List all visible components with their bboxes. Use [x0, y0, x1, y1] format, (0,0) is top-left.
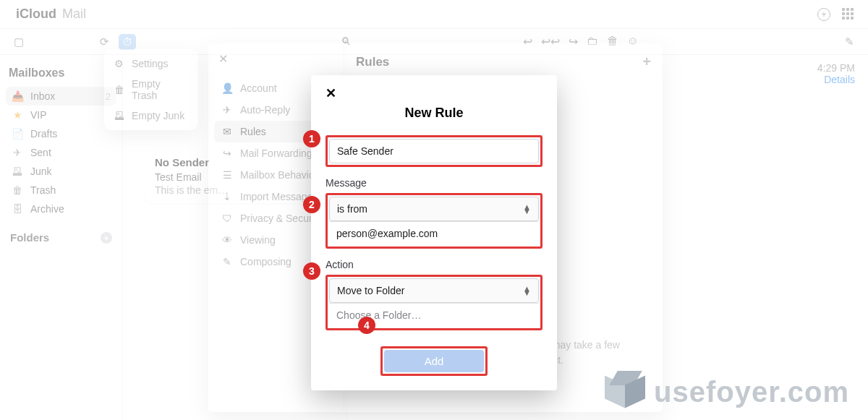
sidebar-item-label: Inbox — [30, 90, 55, 102]
add-button[interactable]: Add — [384, 350, 484, 372]
sidebar-badge: 2 — [106, 91, 111, 102]
gear-icon: ⚙︎ — [114, 58, 124, 69]
sidebar-item-trash[interactable]: 🗑 Trash — [6, 181, 116, 200]
reply-icon[interactable]: ↩︎ — [523, 35, 532, 48]
filter-button[interactable]: ⏱ — [119, 34, 136, 50]
sidebar-toggle-icon[interactable]: ▢ — [9, 35, 29, 48]
trash-icon: 🗑 — [12, 184, 23, 196]
sidebar-item-junk[interactable]: 🗳 Junk — [6, 162, 116, 181]
sidebar-item-label: Drafts — [30, 128, 57, 140]
details-link[interactable]: Details — [817, 74, 855, 85]
folders-heading[interactable]: Folders + — [6, 231, 116, 244]
sidebar-title: Mailboxes — [9, 67, 114, 80]
close-settings-button[interactable]: ✕ — [208, 43, 344, 74]
delete-icon[interactable]: 🗑 — [607, 35, 618, 48]
new-rule-modal: ✕ New Rule Message is from ▲▼ person@exa… — [311, 75, 557, 390]
condition-email-input[interactable]: person@example.com — [329, 221, 539, 245]
message-sender: No Sender — [155, 156, 323, 168]
reply-all-icon[interactable]: ↩︎↩︎ — [541, 35, 560, 48]
sidebar-item-vip[interactable]: ★ VIP — [6, 106, 116, 124]
sidebar-item-label: Archive — [30, 203, 64, 215]
settings-popover: ⚙︎Settings 🗑Empty Trash 🗳Empty Junk — [104, 49, 198, 130]
annotation-2: 2 — [303, 196, 320, 213]
chevron-updown-icon: ▲▼ — [523, 286, 531, 295]
watermark-icon — [605, 371, 647, 413]
watermark: usefoyer.com — [605, 371, 849, 413]
rule-name-highlight — [326, 135, 542, 167]
rule-name-input[interactable] — [329, 139, 539, 163]
sidebar-item-archive[interactable]: 🗄 Archive — [6, 200, 116, 218]
mailbox-icon: ☰ — [221, 169, 233, 181]
action-select[interactable]: Move to Folder ▲▼ — [329, 278, 539, 303]
sidebar-item-label: Trash — [30, 184, 56, 196]
account-icon: 👤 — [221, 82, 233, 94]
eye-icon: 👁︎ — [221, 234, 233, 246]
compose-icon[interactable]: + — [817, 8, 830, 21]
refresh-icon[interactable]: ⟳ — [94, 35, 114, 48]
rules-heading: Rules — [356, 55, 389, 69]
sidebar-item-label: Sent — [30, 147, 51, 158]
action-value: Move to Folder — [337, 285, 404, 296]
move-folder-icon[interactable]: 🗀 — [587, 35, 598, 48]
condition-select[interactable]: is from ▲▼ — [329, 197, 539, 221]
modal-title: New Rule — [326, 106, 542, 121]
message-item[interactable]: No Sender Test Email This is the em… — [145, 149, 333, 203]
file-icon: 📄 — [12, 128, 23, 140]
annotation-3: 3 — [303, 262, 320, 280]
message-section-label: Message — [326, 177, 542, 189]
close-modal-button[interactable]: ✕ — [326, 85, 542, 101]
archive-icon: 🗄 — [12, 203, 23, 215]
popover-title: ⚙︎Settings — [104, 53, 198, 74]
topbar: iCloud Mail + — [0, 0, 868, 29]
message-subject: Test Email — [155, 171, 323, 183]
pencil-icon: ✎ — [221, 256, 233, 267]
add-folder-icon[interactable]: + — [101, 232, 112, 244]
sidebar-item-label: VIP — [30, 109, 47, 121]
shield-icon: 🛡︎ — [221, 213, 233, 224]
message-time: 4:29 PM — [817, 62, 855, 74]
watermark-text: usefoyer.com — [654, 376, 849, 408]
autoreply-icon: ✈︎ — [221, 104, 233, 116]
toolbar: ▢ ⟳ ⏱ 🔍︎ ↩︎ ↩︎↩︎ ↪︎ 🗀 🗑 ☺ ✎ — [0, 29, 868, 55]
brand-suffix: Mail — [62, 7, 86, 22]
annotation-1: 1 — [303, 130, 320, 147]
action-section-label: Action — [326, 259, 542, 270]
add-button-highlight: Add — [380, 346, 488, 376]
folders-label: Folders — [10, 231, 49, 244]
empty-junk-item[interactable]: 🗳Empty Junk — [104, 106, 198, 126]
forward-icon: ↪︎ — [221, 147, 233, 159]
inbox-icon: 📥 — [12, 90, 23, 102]
sidebar: Mailboxes 📥 Inbox 2 ★ VIP 📄 Drafts ✈︎ Se… — [0, 55, 123, 420]
brand-prefix: iCloud — [16, 7, 56, 22]
condition-value: is from — [337, 203, 367, 215]
send-icon: ✈︎ — [12, 147, 23, 158]
rules-icon: ✉︎ — [221, 126, 233, 137]
add-rule-button[interactable]: + — [642, 53, 651, 70]
empty-trash-item[interactable]: 🗑Empty Trash — [104, 74, 198, 106]
compose-icon-right[interactable]: ✎ — [839, 35, 859, 48]
sidebar-item-inbox[interactable]: 📥 Inbox 2 — [6, 87, 116, 106]
import-icon: ⇣ — [221, 191, 233, 202]
chevron-updown-icon: ▲▼ — [523, 205, 531, 213]
search-icon[interactable]: 🔍︎ — [336, 35, 357, 48]
sidebar-item-sent[interactable]: ✈︎ Sent — [6, 143, 116, 162]
mark-unread-icon[interactable]: ☺ — [627, 35, 639, 48]
brand: iCloud Mail — [13, 7, 86, 22]
forward-icon[interactable]: ↪︎ — [569, 35, 578, 48]
junk-icon: 🗳 — [12, 166, 23, 177]
condition-highlight: is from ▲▼ person@example.com — [326, 193, 542, 249]
message-preview: This is the em… — [155, 184, 323, 196]
sidebar-item-drafts[interactable]: 📄 Drafts — [6, 124, 116, 143]
star-icon: ★ — [12, 109, 23, 121]
trash-icon: 🗑 — [114, 84, 124, 95]
annotation-4: 4 — [358, 317, 375, 334]
junk-icon: 🗳 — [114, 110, 124, 121]
sidebar-item-label: Junk — [30, 166, 52, 177]
app-grid-icon[interactable] — [842, 8, 855, 21]
